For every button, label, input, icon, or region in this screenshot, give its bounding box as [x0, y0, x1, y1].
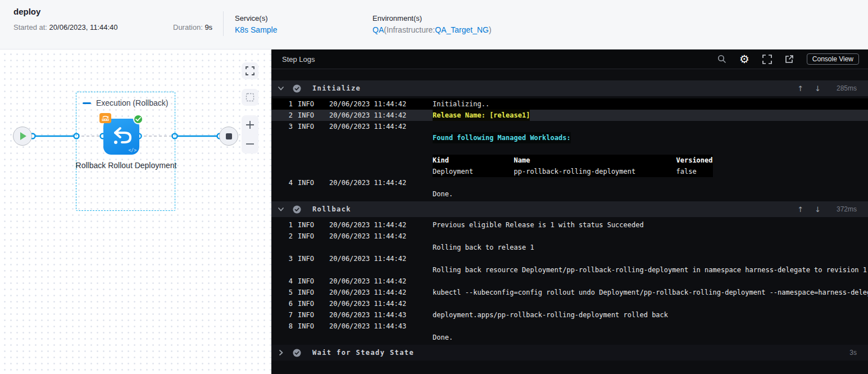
status-success-icon [293, 205, 301, 214]
log-timestamp: 20/06/2023 11:44:43 [329, 321, 413, 332]
stop-icon [226, 133, 232, 139]
pipeline-canvas[interactable]: Execution (Rollback) [0, 49, 271, 374]
log-message: Rolling back resource Deployment/pp-roll… [433, 264, 867, 276]
section-header-wait-for-steady-state[interactable]: Wait for Steady State3s [271, 345, 868, 361]
log-timestamp [329, 242, 413, 253]
execution-group-title: Execution (Rollback) [96, 98, 168, 107]
status-success-icon [293, 349, 301, 357]
play-icon [20, 132, 26, 140]
log-timestamp: 20/06/2023 11:44:42 [329, 287, 413, 298]
log-line: 4INFO20/06/2023 11:44:42 [271, 177, 868, 188]
log-timestamp [329, 264, 413, 276]
line-number [278, 264, 293, 276]
log-message: kubectl --kubeconfig=config rollout undo… [433, 287, 868, 298]
chevron-down-icon [278, 206, 284, 213]
line-number: 3 [278, 253, 293, 264]
infrastructure-link[interactable]: QA_Target_NG [435, 25, 489, 34]
zoom-out-button[interactable] [246, 139, 255, 148]
log-message: Done. [433, 332, 453, 343]
scroll-to-top-icon[interactable]: ↑ [797, 205, 803, 214]
settings-icon[interactable]: ⚙ [739, 53, 749, 65]
line-number [278, 132, 293, 143]
section-header-rollback[interactable]: Rollback↑↓372ms [271, 201, 868, 217]
scroll-to-bottom-icon[interactable]: ↓ [815, 84, 821, 93]
log-line: Kind Name Versioned [271, 155, 868, 166]
log-line: 3INFO20/06/2023 11:44:42 [271, 121, 868, 132]
log-level: INFO [298, 309, 321, 321]
line-number [278, 166, 293, 177]
console-view-button[interactable]: Console View [807, 53, 859, 65]
services-block: Service(s) K8s Sample [235, 14, 277, 34]
line-number: 6 [278, 298, 293, 309]
step-node-label: Rollback Rollout Deployment [71, 160, 181, 172]
log-level: INFO [298, 298, 321, 309]
canvas-fullscreen-button[interactable] [242, 62, 258, 79]
section-log-lines: 1INFO20/06/2023 11:44:42Initializing..2I… [271, 98, 868, 200]
environments-label: Environment(s) [372, 14, 492, 22]
log-toolbar: Step Logs ⚙ Console View [271, 49, 868, 69]
expand-fullscreen-icon[interactable] [762, 55, 772, 64]
log-line: Deployment pp-rollback-rolling-deploymen… [271, 166, 868, 177]
environments-block: Environment(s) QA(Infrastructure:QA_Targ… [372, 14, 492, 34]
section-duration: 3s [832, 349, 857, 357]
log-line: 4INFO20/06/2023 11:44:42 [271, 276, 868, 287]
log-line: Rolling back to release 1 [271, 242, 868, 253]
log-message: Found following Managed Workloads: [433, 132, 571, 143]
section-title: Rollback [312, 205, 351, 213]
zoom-in-button[interactable] [246, 120, 255, 129]
line-number: 8 [278, 321, 293, 332]
duration: Duration: 9s [173, 23, 212, 31]
log-level: INFO [298, 121, 321, 132]
pipeline-start-node[interactable] [13, 127, 32, 146]
step-logs-panel: Step Logs ⚙ Console View Initialize↑↓285… [271, 49, 868, 374]
section-header-initialize[interactable]: Initialize↑↓285ms [271, 80, 868, 96]
line-number: 7 [278, 309, 293, 321]
code-glyph-icon: </> [129, 148, 137, 153]
header-divider [223, 11, 224, 36]
log-level: INFO [298, 219, 321, 231]
chevron-right-icon [278, 349, 284, 356]
log-line: Done. [271, 188, 868, 200]
log-panel-title: Step Logs [282, 55, 315, 64]
line-number [278, 155, 293, 166]
log-level [298, 332, 321, 343]
log-line: Rolling back resource Deployment/pp-roll… [271, 264, 868, 276]
search-icon[interactable] [717, 55, 726, 64]
step-node-rollback-rollout-deployment[interactable]: </> [103, 119, 139, 155]
log-level: INFO [298, 253, 321, 264]
log-timestamp: 20/06/2023 11:44:42 [329, 177, 413, 188]
started-at: Started at: 20/06/2023, 11:44:40 [13, 23, 118, 31]
status-success-icon [293, 84, 301, 93]
log-line: 8INFO20/06/2023 11:44:43 [271, 321, 868, 332]
log-line: 6INFO20/06/2023 11:44:42 [271, 298, 868, 309]
line-number: 1 [278, 98, 293, 110]
log-timestamp: 20/06/2023 11:44:42 [329, 121, 413, 132]
execution-group-label: Execution (Rollback) [83, 98, 168, 107]
pipeline-name: deploy [13, 7, 40, 16]
line-number: 1 [278, 219, 293, 231]
line-number [278, 188, 293, 200]
scroll-to-top-icon[interactable]: ↑ [797, 84, 803, 93]
line-number: 2 [278, 231, 293, 242]
log-timestamp [329, 143, 413, 155]
pipeline-end-node[interactable] [219, 127, 238, 146]
rollback-arrow-icon [110, 125, 133, 148]
log-timestamp [329, 155, 413, 166]
log-timestamp: 20/06/2023 11:44:42 [329, 110, 413, 121]
section-title: Wait for Steady State [312, 349, 414, 357]
log-level: INFO [298, 177, 321, 188]
collapse-group-icon[interactable] [83, 102, 91, 104]
log-message: Kind Name Versioned [433, 155, 713, 166]
environment-link[interactable]: QA [372, 25, 384, 34]
log-line: 2INFO20/06/2023 11:44:42Release Name: [r… [271, 110, 868, 121]
open-external-icon[interactable] [785, 55, 794, 64]
log-level [298, 264, 321, 276]
log-line: 2INFO20/06/2023 11:44:42 [271, 231, 868, 242]
line-number: 4 [278, 177, 293, 188]
log-section-rollback: Rollback↑↓372ms1INFO20/06/2023 11:44:42P… [271, 201, 868, 343]
log-level [298, 242, 321, 253]
scroll-to-bottom-icon[interactable]: ↓ [815, 205, 821, 214]
canvas-select-button[interactable] [242, 89, 258, 106]
service-link[interactable]: K8s Sample [235, 25, 277, 34]
chevron-down-icon [278, 85, 284, 92]
